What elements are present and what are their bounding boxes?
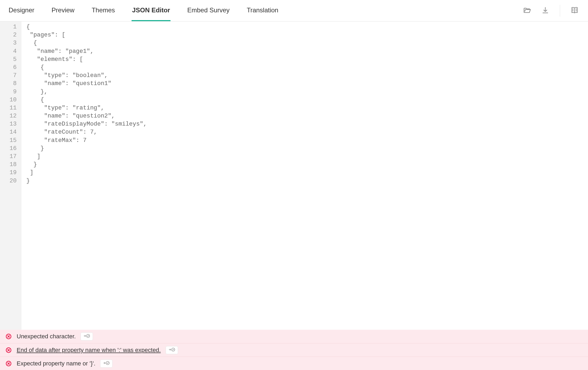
error-message: Expected property name or '}'. xyxy=(17,360,95,367)
code-line[interactable]: { xyxy=(26,39,588,47)
app-root: Designer Preview Themes JSON Editor Embe… xyxy=(0,0,588,370)
open-button[interactable] xyxy=(522,5,532,16)
error-icon xyxy=(5,333,12,340)
tab-preview[interactable]: Preview xyxy=(51,0,75,21)
code-line[interactable]: "pages": [ xyxy=(26,31,588,39)
error-row: End of data after property name when ':'… xyxy=(0,343,588,357)
apply-fix-icon xyxy=(103,360,110,367)
code-line[interactable]: ] xyxy=(26,153,588,161)
line-number: 13 xyxy=(0,120,17,128)
fix-error-button[interactable] xyxy=(81,332,93,340)
line-number: 10 xyxy=(0,96,17,104)
download-button[interactable] xyxy=(540,5,551,16)
folder-open-icon xyxy=(523,6,531,15)
tab-label: Designer xyxy=(9,6,34,14)
line-number: 3 xyxy=(0,39,17,47)
top-tabbar: Designer Preview Themes JSON Editor Embe… xyxy=(0,0,588,21)
error-row: Unexpected character. xyxy=(0,330,588,343)
code-line[interactable]: } xyxy=(26,145,588,153)
tab-embed-survey[interactable]: Embed Survey xyxy=(187,0,230,21)
error-panel: Unexpected character.End of data after p… xyxy=(0,330,588,370)
code-line[interactable]: "rateCount": 7, xyxy=(26,128,588,136)
tab-label: Preview xyxy=(52,6,74,14)
fix-error-button[interactable] xyxy=(166,346,178,354)
code-line[interactable]: "name": "question1" xyxy=(26,80,588,88)
tab-label: Themes xyxy=(92,6,115,14)
line-number: 19 xyxy=(0,169,17,177)
error-icon xyxy=(5,347,12,353)
line-number-gutter: 1234567891011121314151617181920 xyxy=(0,21,21,330)
code-line[interactable]: "rateDisplayMode": "smileys", xyxy=(26,120,588,128)
line-number: 18 xyxy=(0,161,17,169)
line-number: 5 xyxy=(0,56,17,64)
toolbar-actions xyxy=(522,0,580,21)
tab-themes[interactable]: Themes xyxy=(91,0,115,21)
code-line[interactable]: "elements": [ xyxy=(26,56,588,64)
line-number: 16 xyxy=(0,145,17,153)
line-number: 8 xyxy=(0,80,17,88)
line-number: 14 xyxy=(0,128,17,136)
fix-error-button[interactable] xyxy=(100,360,112,368)
code-line[interactable]: "type": "boolean", xyxy=(26,72,588,80)
apply-fix-icon xyxy=(83,333,90,340)
apply-fix-icon xyxy=(168,347,175,354)
code-line[interactable]: } xyxy=(26,161,588,169)
line-number: 12 xyxy=(0,112,17,120)
code-content[interactable]: { "pages": [ { "name": "page1", "element… xyxy=(21,21,588,330)
error-row: Expected property name or '}'. xyxy=(0,357,588,370)
tab-translation[interactable]: Translation xyxy=(246,0,279,21)
code-line[interactable]: } xyxy=(26,177,588,185)
code-line[interactable]: "name": "question2", xyxy=(26,112,588,120)
book-open-icon xyxy=(571,6,579,15)
download-icon xyxy=(541,6,549,15)
code-line[interactable]: ] xyxy=(26,169,588,177)
code-line[interactable]: "rateMax": 7 xyxy=(26,137,588,145)
tab-label: JSON Editor xyxy=(132,6,170,14)
line-number: 20 xyxy=(0,177,17,185)
tab-label: Translation xyxy=(247,6,278,14)
line-number: 7 xyxy=(0,72,17,80)
tab-designer[interactable]: Designer xyxy=(8,0,35,21)
code-line[interactable]: { xyxy=(26,23,588,31)
error-icon xyxy=(5,360,12,367)
error-message: Unexpected character. xyxy=(17,333,76,340)
line-number: 4 xyxy=(0,47,17,56)
toolbar-divider xyxy=(560,5,560,17)
line-number: 2 xyxy=(0,31,17,39)
code-line[interactable]: "type": "rating", xyxy=(26,104,588,112)
tab-label: Embed Survey xyxy=(187,6,229,14)
tabs-container: Designer Preview Themes JSON Editor Embe… xyxy=(8,0,522,21)
line-number: 15 xyxy=(0,137,17,145)
line-number: 9 xyxy=(0,88,17,96)
line-number: 6 xyxy=(0,64,17,72)
code-line[interactable]: }, xyxy=(26,88,588,96)
line-number: 1 xyxy=(0,23,17,31)
error-message[interactable]: End of data after property name when ':'… xyxy=(17,347,161,354)
code-line[interactable]: "name": "page1", xyxy=(26,47,588,56)
docs-button[interactable] xyxy=(569,5,580,16)
code-line[interactable]: { xyxy=(26,96,588,104)
json-editor[interactable]: 1234567891011121314151617181920 { "pages… xyxy=(0,21,588,330)
code-line[interactable]: { xyxy=(26,64,588,72)
line-number: 17 xyxy=(0,153,17,161)
tab-json-editor[interactable]: JSON Editor xyxy=(132,0,170,21)
line-number: 11 xyxy=(0,104,17,112)
